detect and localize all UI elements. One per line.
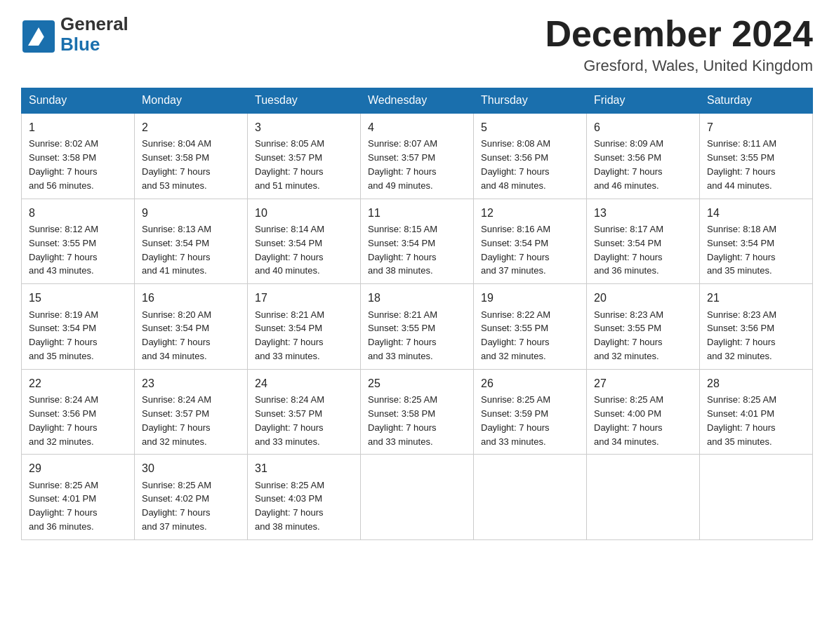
location-text: Gresford, Wales, United Kingdom <box>545 57 813 75</box>
day-number: 5 <box>481 119 579 135</box>
calendar-cell: 16Sunrise: 8:20 AMSunset: 3:54 PMDayligh… <box>135 284 248 370</box>
day-number: 24 <box>255 375 353 391</box>
day-info: Sunrise: 8:18 AMSunset: 3:54 PMDaylight:… <box>707 224 776 276</box>
day-number: 29 <box>29 460 127 476</box>
day-info: Sunrise: 8:12 AMSunset: 3:55 PMDaylight:… <box>29 224 98 276</box>
day-info: Sunrise: 8:25 AMSunset: 4:01 PMDaylight:… <box>29 480 98 532</box>
day-number: 19 <box>481 290 579 306</box>
calendar-table: SundayMondayTuesdayWednesdayThursdayFrid… <box>21 88 813 540</box>
day-info: Sunrise: 8:13 AMSunset: 3:54 PMDaylight:… <box>142 224 211 276</box>
day-info: Sunrise: 8:11 AMSunset: 3:55 PMDaylight:… <box>707 138 776 191</box>
day-info: Sunrise: 8:15 AMSunset: 3:54 PMDaylight:… <box>368 224 437 276</box>
col-header-tuesday: Tuesday <box>248 88 361 114</box>
calendar-cell <box>474 455 587 540</box>
day-info: Sunrise: 8:08 AMSunset: 3:56 PMDaylight:… <box>481 138 550 191</box>
week-row-5: 29Sunrise: 8:25 AMSunset: 4:01 PMDayligh… <box>22 455 813 540</box>
calendar-cell: 12Sunrise: 8:16 AMSunset: 3:54 PMDayligh… <box>474 199 587 284</box>
calendar-cell: 7Sunrise: 8:11 AMSunset: 3:55 PMDaylight… <box>700 113 813 199</box>
logo-blue-text: Blue <box>60 34 100 55</box>
day-info: Sunrise: 8:25 AMSunset: 4:01 PMDaylight:… <box>707 394 776 447</box>
day-number: 8 <box>29 205 127 221</box>
day-number: 14 <box>707 205 805 221</box>
calendar-cell <box>700 455 813 540</box>
day-number: 15 <box>29 290 127 306</box>
col-header-monday: Monday <box>135 88 248 114</box>
day-info: Sunrise: 8:05 AMSunset: 3:57 PMDaylight:… <box>255 138 324 191</box>
day-info: Sunrise: 8:23 AMSunset: 3:56 PMDaylight:… <box>707 309 776 362</box>
calendar-cell: 27Sunrise: 8:25 AMSunset: 4:00 PMDayligh… <box>587 369 700 455</box>
day-number: 30 <box>142 460 240 476</box>
calendar-cell: 21Sunrise: 8:23 AMSunset: 3:56 PMDayligh… <box>700 284 813 370</box>
day-info: Sunrise: 8:25 AMSunset: 3:58 PMDaylight:… <box>368 394 437 447</box>
month-title: December 2024 <box>545 14 813 54</box>
calendar-cell <box>361 455 474 540</box>
day-number: 6 <box>594 119 692 135</box>
day-info: Sunrise: 8:09 AMSunset: 3:56 PMDaylight:… <box>594 138 663 191</box>
day-info: Sunrise: 8:07 AMSunset: 3:57 PMDaylight:… <box>368 138 437 191</box>
calendar-cell: 28Sunrise: 8:25 AMSunset: 4:01 PMDayligh… <box>700 369 813 455</box>
col-header-thursday: Thursday <box>474 88 587 114</box>
day-number: 18 <box>368 290 466 306</box>
day-number: 10 <box>255 205 353 221</box>
calendar-cell: 31Sunrise: 8:25 AMSunset: 4:03 PMDayligh… <box>248 455 361 540</box>
logo: General Blue <box>21 14 128 54</box>
calendar-cell: 3Sunrise: 8:05 AMSunset: 3:57 PMDaylight… <box>248 113 361 199</box>
calendar-cell: 17Sunrise: 8:21 AMSunset: 3:54 PMDayligh… <box>248 284 361 370</box>
day-info: Sunrise: 8:23 AMSunset: 3:55 PMDaylight:… <box>594 309 663 362</box>
day-number: 26 <box>481 375 579 391</box>
logo-icon <box>21 19 56 54</box>
calendar-cell: 23Sunrise: 8:24 AMSunset: 3:57 PMDayligh… <box>135 369 248 455</box>
page-header: General Blue December 2024 Gresford, Wal… <box>21 14 813 75</box>
day-info: Sunrise: 8:22 AMSunset: 3:55 PMDaylight:… <box>481 309 550 362</box>
calendar-cell: 11Sunrise: 8:15 AMSunset: 3:54 PMDayligh… <box>361 199 474 284</box>
day-number: 11 <box>368 205 466 221</box>
calendar-cell: 8Sunrise: 8:12 AMSunset: 3:55 PMDaylight… <box>22 199 135 284</box>
calendar-cell: 15Sunrise: 8:19 AMSunset: 3:54 PMDayligh… <box>22 284 135 370</box>
day-info: Sunrise: 8:25 AMSunset: 4:03 PMDaylight:… <box>255 480 324 532</box>
calendar-cell: 19Sunrise: 8:22 AMSunset: 3:55 PMDayligh… <box>474 284 587 370</box>
calendar-cell: 13Sunrise: 8:17 AMSunset: 3:54 PMDayligh… <box>587 199 700 284</box>
day-number: 27 <box>594 375 692 391</box>
day-number: 1 <box>29 119 127 135</box>
col-header-sunday: Sunday <box>22 88 135 114</box>
day-number: 17 <box>255 290 353 306</box>
day-info: Sunrise: 8:25 AMSunset: 3:59 PMDaylight:… <box>481 394 550 447</box>
day-number: 31 <box>255 460 353 476</box>
day-number: 16 <box>142 290 240 306</box>
day-number: 2 <box>142 119 240 135</box>
calendar-cell: 25Sunrise: 8:25 AMSunset: 3:58 PMDayligh… <box>361 369 474 455</box>
calendar-cell: 24Sunrise: 8:24 AMSunset: 3:57 PMDayligh… <box>248 369 361 455</box>
week-row-1: 1Sunrise: 8:02 AMSunset: 3:58 PMDaylight… <box>22 113 813 199</box>
day-info: Sunrise: 8:25 AMSunset: 4:02 PMDaylight:… <box>142 480 211 532</box>
day-info: Sunrise: 8:24 AMSunset: 3:56 PMDaylight:… <box>29 394 98 447</box>
calendar-cell: 30Sunrise: 8:25 AMSunset: 4:02 PMDayligh… <box>135 455 248 540</box>
calendar-cell: 20Sunrise: 8:23 AMSunset: 3:55 PMDayligh… <box>587 284 700 370</box>
day-number: 13 <box>594 205 692 221</box>
day-info: Sunrise: 8:14 AMSunset: 3:54 PMDaylight:… <box>255 224 324 276</box>
calendar-cell: 26Sunrise: 8:25 AMSunset: 3:59 PMDayligh… <box>474 369 587 455</box>
calendar-cell: 22Sunrise: 8:24 AMSunset: 3:56 PMDayligh… <box>22 369 135 455</box>
day-info: Sunrise: 8:17 AMSunset: 3:54 PMDaylight:… <box>594 224 663 276</box>
day-info: Sunrise: 8:20 AMSunset: 3:54 PMDaylight:… <box>142 309 211 362</box>
day-number: 12 <box>481 205 579 221</box>
day-info: Sunrise: 8:04 AMSunset: 3:58 PMDaylight:… <box>142 138 211 191</box>
day-number: 28 <box>707 375 805 391</box>
calendar-cell: 6Sunrise: 8:09 AMSunset: 3:56 PMDaylight… <box>587 113 700 199</box>
day-info: Sunrise: 8:21 AMSunset: 3:54 PMDaylight:… <box>255 309 324 362</box>
day-number: 21 <box>707 290 805 306</box>
calendar-cell: 1Sunrise: 8:02 AMSunset: 3:58 PMDaylight… <box>22 113 135 199</box>
calendar-cell: 4Sunrise: 8:07 AMSunset: 3:57 PMDaylight… <box>361 113 474 199</box>
day-info: Sunrise: 8:21 AMSunset: 3:55 PMDaylight:… <box>368 309 437 362</box>
week-row-4: 22Sunrise: 8:24 AMSunset: 3:56 PMDayligh… <box>22 369 813 455</box>
day-number: 23 <box>142 375 240 391</box>
day-number: 9 <box>142 205 240 221</box>
calendar-cell: 10Sunrise: 8:14 AMSunset: 3:54 PMDayligh… <box>248 199 361 284</box>
calendar-cell <box>587 455 700 540</box>
col-header-wednesday: Wednesday <box>361 88 474 114</box>
day-number: 22 <box>29 375 127 391</box>
day-info: Sunrise: 8:24 AMSunset: 3:57 PMDaylight:… <box>142 394 211 447</box>
calendar-cell: 5Sunrise: 8:08 AMSunset: 3:56 PMDaylight… <box>474 113 587 199</box>
calendar-cell: 14Sunrise: 8:18 AMSunset: 3:54 PMDayligh… <box>700 199 813 284</box>
day-number: 7 <box>707 119 805 135</box>
title-section: December 2024 Gresford, Wales, United Ki… <box>545 14 813 75</box>
